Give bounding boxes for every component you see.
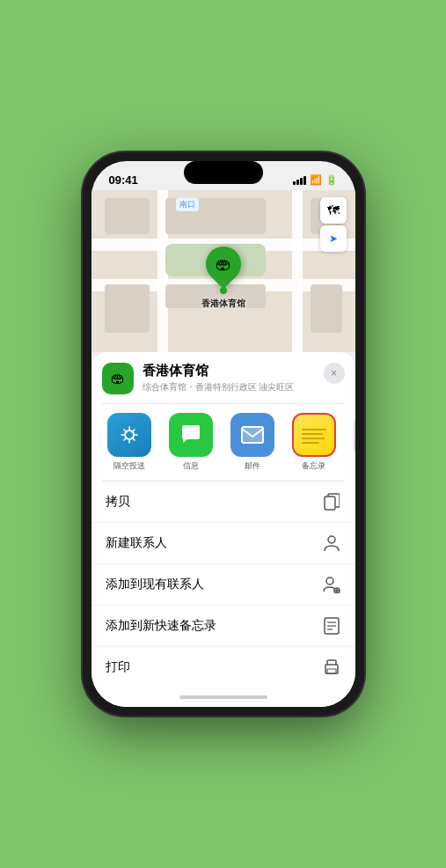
- share-airdrop[interactable]: 隔空投送: [102, 413, 157, 472]
- close-button[interactable]: ×: [324, 363, 345, 384]
- map-block4: [105, 284, 150, 333]
- svg-point-5: [326, 577, 333, 585]
- close-icon: ×: [331, 367, 337, 379]
- venue-info: 香港体育馆 综合体育馆・香港特别行政区 油尖旺区: [143, 363, 315, 394]
- phone-frame: 09:41 📶 🔋: [83, 152, 364, 716]
- svg-rect-3: [325, 497, 335, 510]
- pin-label: 香港体育馆: [201, 298, 245, 310]
- battery-icon: 🔋: [325, 174, 338, 186]
- notes-icon: [292, 413, 336, 457]
- share-mail[interactable]: 邮件: [225, 413, 280, 472]
- venue-name: 香港体育馆: [143, 363, 315, 379]
- share-message[interactable]: 信息: [164, 413, 218, 472]
- phone-screen: 09:41 📶 🔋: [91, 161, 355, 707]
- pin-dot: [220, 287, 227, 294]
- more-icon: [354, 413, 355, 457]
- action-copy-label: 拷贝: [106, 494, 130, 510]
- action-add-notes[interactable]: 添加到新快速备忘录: [91, 606, 355, 647]
- location-arrow-icon: ➤: [329, 232, 338, 245]
- svg-point-4: [328, 536, 335, 543]
- status-icons: 📶 🔋: [293, 174, 338, 186]
- action-add-notes-label: 添加到新快速备忘录: [106, 618, 216, 634]
- map-block6: [311, 284, 342, 333]
- map-controls: 🗺 ➤: [320, 197, 347, 252]
- venue-emoji: 🏟: [111, 371, 125, 386]
- person-add-icon: [322, 575, 341, 594]
- share-row: 隔空投送 信息: [91, 404, 355, 481]
- print-icon: [322, 658, 341, 677]
- pin-emoji: 🏟: [216, 255, 231, 274]
- status-time: 09:41: [109, 173, 138, 187]
- airdrop-label: 隔空投送: [113, 460, 145, 472]
- venue-icon: 🏟: [102, 363, 134, 394]
- message-icon: [169, 413, 213, 457]
- dynamic-island: [184, 161, 263, 184]
- action-add-existing[interactable]: 添加到现有联系人: [91, 564, 355, 606]
- action-print[interactable]: 打印: [91, 647, 355, 688]
- action-copy[interactable]: 拷贝: [91, 482, 355, 523]
- venue-description: 综合体育馆・香港特别行政区 油尖旺区: [143, 381, 315, 394]
- map-label-text: 南口: [179, 200, 195, 209]
- location-button[interactable]: ➤: [320, 225, 347, 252]
- action-print-label: 打印: [106, 659, 130, 675]
- map-type-button[interactable]: 🗺: [320, 197, 347, 224]
- action-new-contact[interactable]: 新建联系人: [91, 523, 355, 564]
- wifi-icon: 📶: [310, 174, 322, 186]
- map-type-icon: 🗺: [327, 203, 340, 217]
- svg-rect-1: [242, 427, 263, 443]
- person-icon: [322, 533, 341, 553]
- message-label: 信息: [183, 460, 199, 472]
- share-more[interactable]: 提: [348, 413, 355, 472]
- action-list: 拷贝 新建联系人: [91, 482, 355, 688]
- action-add-existing-label: 添加到现有联系人: [106, 577, 204, 592]
- map-road-v2: [292, 190, 303, 352]
- copy-icon: [322, 492, 341, 511]
- venue-header: 🏟 香港体育馆 综合体育馆・香港特别行政区 油尖旺区 ×: [91, 363, 355, 403]
- action-new-contact-label: 新建联系人: [106, 535, 167, 551]
- map-block1: [105, 198, 150, 233]
- memo-icon: [322, 616, 341, 636]
- bottom-sheet: 🏟 香港体育馆 综合体育馆・香港特别行政区 油尖旺区 ×: [91, 352, 355, 707]
- airdrop-icon: [107, 413, 151, 457]
- mail-label: 邮件: [245, 460, 260, 472]
- home-bar: [179, 695, 267, 699]
- share-notes[interactable]: 备忘录: [287, 413, 341, 472]
- home-indicator: [91, 688, 355, 707]
- mail-icon: [230, 413, 274, 457]
- map-north-label: 南口: [176, 198, 199, 211]
- notes-label: 备忘录: [302, 460, 325, 472]
- location-pin: 🏟 香港体育馆: [201, 246, 245, 310]
- signal-icon: [293, 176, 306, 185]
- map-area: 南口 🗺 ➤ 🏟 香港体育馆: [91, 190, 355, 352]
